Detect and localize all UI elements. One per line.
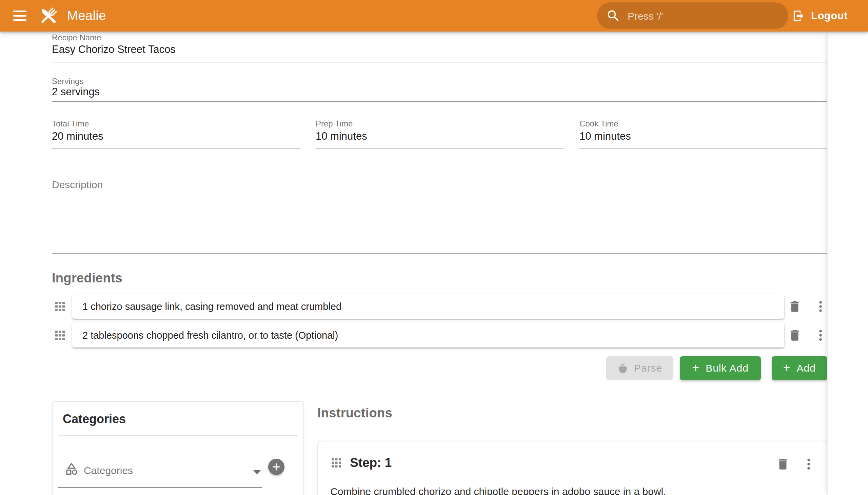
step-header-row: Step: 1: [331, 456, 392, 470]
delete-ingredient-button[interactable]: [786, 326, 804, 344]
total-time-label: Total Time: [52, 119, 89, 129]
categories-title: Categories: [63, 412, 126, 426]
description-underline: [52, 253, 827, 254]
chevron-down-icon[interactable]: [253, 470, 261, 474]
logout-label: Logout: [811, 10, 848, 22]
drag-handle-icon[interactable]: [54, 301, 66, 312]
plus-icon: +: [783, 361, 791, 375]
trash-icon: [788, 300, 802, 313]
ingredients-heading: Ingredients: [52, 271, 122, 286]
ingredient-menu-button[interactable]: [811, 326, 830, 344]
add-label: Add: [797, 362, 816, 374]
kebab-dots-icon: [802, 457, 816, 471]
parse-label: Parse: [634, 362, 662, 374]
recipe-name-label: Recipe Name: [52, 33, 101, 42]
search-icon: [606, 8, 621, 23]
search-box[interactable]: [597, 2, 788, 29]
categories-card: Categories Categories: [52, 401, 304, 495]
delete-ingredient-button[interactable]: [786, 297, 804, 315]
ingredient-menu-button[interactable]: [811, 297, 830, 315]
bulk-add-label: Bulk Add: [705, 362, 748, 374]
description-textarea[interactable]: [52, 192, 829, 253]
prep-time-field: Prep Time: [316, 119, 563, 150]
app-title[interactable]: Mealie: [67, 8, 106, 23]
total-time-field: Total Time: [52, 119, 300, 150]
ingredient-input-card: [72, 294, 784, 319]
ingredient-row: [52, 294, 827, 319]
delete-step-button[interactable]: [774, 455, 792, 473]
trash-icon: [776, 457, 790, 471]
total-time-underline: [52, 148, 300, 149]
right-edge-gutter: [827, 32, 868, 495]
categories-select-label: Categories: [84, 465, 133, 476]
cook-time-label: Cook Time: [579, 119, 618, 129]
prep-time-underline: [316, 148, 563, 149]
categories-select-underline: [58, 487, 262, 488]
step-card: Step: 1 Combine crumbled chorizo and chi…: [317, 441, 829, 495]
bulk-add-button[interactable]: + Bulk Add: [680, 356, 761, 380]
logout-icon: [792, 10, 805, 22]
add-ingredient-button[interactable]: + Add: [772, 356, 827, 380]
parse-button[interactable]: Parse: [606, 356, 673, 380]
step-menu-button[interactable]: [800, 455, 818, 473]
step-instruction-text[interactable]: Combine crumbled chorizo and chipotle pe…: [330, 485, 815, 495]
apple-icon: [617, 362, 629, 374]
ingredient-input[interactable]: [72, 323, 784, 347]
instructions-heading: Instructions: [317, 406, 392, 421]
total-time-input[interactable]: [52, 128, 300, 144]
recipe-name-underline: [52, 62, 827, 62]
drag-handle-icon[interactable]: [54, 329, 66, 341]
kebab-dots-icon: [813, 328, 828, 342]
description-label: Description: [52, 179, 103, 190]
cook-time-input[interactable]: [579, 128, 827, 144]
logout-button[interactable]: Logout: [792, 0, 848, 32]
ingredient-input[interactable]: [72, 294, 784, 319]
categories-divider: [58, 435, 298, 436]
search-input[interactable]: [627, 2, 778, 30]
cook-time-field: Cook Time: [579, 119, 827, 150]
mealie-logo-icon[interactable]: [37, 5, 60, 27]
add-category-button[interactable]: [268, 459, 285, 475]
ingredient-row: [52, 322, 827, 348]
plus-icon: [272, 462, 281, 471]
kebab-dots-icon: [813, 300, 828, 313]
servings-underline: [52, 101, 827, 102]
plus-icon: +: [692, 361, 699, 375]
hamburger-menu-icon[interactable]: [10, 6, 29, 25]
trash-icon: [788, 328, 802, 342]
ingredient-input-card: [72, 323, 784, 347]
recipe-name-input[interactable]: [52, 41, 827, 58]
shapes-icon: [64, 461, 79, 476]
prep-time-label: Prep Time: [316, 119, 353, 129]
app-bar: Mealie Logout: [0, 0, 868, 32]
recipe-editor: Recipe Name Servings Total Time Prep Tim…: [52, 0, 827, 495]
time-fields-row: Total Time Prep Time Cook Time: [52, 119, 827, 150]
prep-time-input[interactable]: [316, 128, 563, 144]
cook-time-underline: [579, 148, 827, 149]
servings-input[interactable]: [52, 84, 827, 100]
ingredient-actions: Parse + Bulk Add + Add: [606, 356, 827, 380]
drag-handle-icon[interactable]: [331, 457, 342, 468]
step-title: Step: 1: [350, 456, 392, 470]
